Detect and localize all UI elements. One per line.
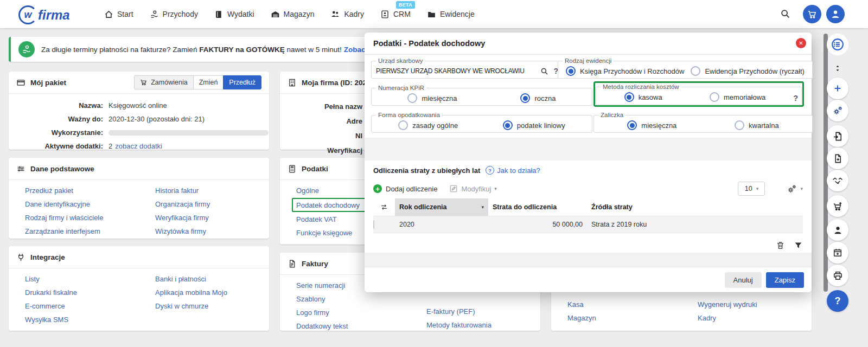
link-podatek-dochodowy[interactable]: Podatek dochodowy xyxy=(296,201,360,209)
hand-coin-icon xyxy=(150,10,159,19)
nav-item-kadry[interactable]: Kadry xyxy=(330,9,364,19)
add-deduction-button[interactable]: Dodaj odliczenie xyxy=(373,184,437,193)
quick-list-button[interactable] xyxy=(827,34,848,55)
page-size-select[interactable]: 10 xyxy=(738,182,765,196)
field-urzad-skarbowy: Urząd skarbowy PIERWSZY URZĄD SKARBOWY W… xyxy=(371,57,563,79)
link-dodatkowy-tekst[interactable]: Dodatkowy tekst xyxy=(296,322,410,330)
radio-kasowa[interactable]: kasowa xyxy=(624,92,662,102)
field-numeracja-kpir: Numeracja KPiR miesięczna roczna xyxy=(371,85,592,106)
nav-item-wydatki[interactable]: Wydatki xyxy=(214,10,254,19)
link-aplikacja-mojo[interactable]: Aplikacja mobilna Mojo xyxy=(155,288,269,297)
link-organizacja-firmy[interactable]: Organizacja firmy xyxy=(155,200,269,208)
employee-button[interactable] xyxy=(827,219,848,241)
trash-icon[interactable] xyxy=(776,241,785,250)
link-banki-platnosci[interactable]: Banki i płatności xyxy=(155,275,269,283)
print-button[interactable] xyxy=(827,265,848,286)
swap-columns-icon[interactable] xyxy=(373,203,395,211)
help-icon[interactable] xyxy=(793,94,798,102)
account-button[interactable] xyxy=(826,5,845,23)
table-toolbar: Dodaj odliczenie Modyfikuj 10 xyxy=(373,181,803,196)
change-button[interactable]: Zmień xyxy=(193,75,224,89)
table-settings-button[interactable] xyxy=(787,184,803,194)
panel-title: Podatki xyxy=(302,165,328,173)
search-icon[interactable] xyxy=(780,9,790,19)
radio-roczna[interactable]: roczna xyxy=(520,93,556,103)
link-szablony[interactable]: Szablony xyxy=(296,295,410,303)
add-event-button[interactable] xyxy=(827,242,848,264)
deals-button[interactable] xyxy=(827,170,848,191)
quick-settings-button[interactable] xyxy=(827,100,848,121)
nav-item-start[interactable]: Start xyxy=(104,10,133,19)
row-checkbox[interactable] xyxy=(373,220,374,229)
column-header-strata[interactable]: Strata do odliczenia xyxy=(488,203,587,211)
printer-icon xyxy=(833,271,843,281)
close-icon[interactable] xyxy=(796,38,806,48)
radio-kwartalna[interactable]: kwartalna xyxy=(735,120,779,130)
add-order-button[interactable] xyxy=(827,195,848,217)
column-header-rok[interactable]: Rok odliczenia xyxy=(395,198,488,216)
link-weryfikacja-firmy[interactable]: Weryfikacja firmy xyxy=(155,214,269,222)
link-dane-identyfikacyjne[interactable]: Dane identyfikacyjne xyxy=(25,200,139,208)
plus-icon xyxy=(833,83,843,93)
search-icon[interactable] xyxy=(540,67,548,75)
radio-zasady-ogolne[interactable]: zasady ogólne xyxy=(398,120,458,130)
jak-to-dziala-link[interactable]: Jak to działa? xyxy=(486,166,540,175)
panel-title: Faktury xyxy=(302,260,328,268)
link-wygeneruj-wydruki[interactable]: Wygeneruj wydruki xyxy=(698,300,812,309)
link-wysylka-sms[interactable]: Wysyłka SMS xyxy=(25,316,139,324)
link-dyski-w-chmurze[interactable]: Dyski w chmurze xyxy=(155,302,269,310)
link-zarzadzanie-interfejsem[interactable]: Zarządzanie interfejsem xyxy=(25,227,139,235)
urzad-skarbowy-value[interactable]: PIERWSZY URZĄD SKARBOWY WE WROCŁAWIU xyxy=(376,67,535,75)
export-document-button[interactable] xyxy=(827,125,848,147)
link-kasa[interactable]: Kasa xyxy=(567,300,681,309)
wfirma-logo[interactable]: wfirma xyxy=(18,5,70,24)
up-down-arrows-icon xyxy=(833,64,842,73)
table-row[interactable]: 2020 50 000,00 Strata z 2019 roku xyxy=(373,216,803,233)
link-przedluz-pakiet[interactable]: Przedłuż pakiet xyxy=(25,187,139,195)
help-button[interactable] xyxy=(827,290,848,312)
radio-zaliczka-miesieczna[interactable]: miesięczna xyxy=(627,120,676,130)
cart-button[interactable] xyxy=(803,5,821,23)
radio-memorialowa[interactable]: memoriałowa xyxy=(710,92,765,102)
radio-unselected xyxy=(710,92,719,102)
collapse-button[interactable] xyxy=(827,57,848,79)
nav-item-przychody[interactable]: Przychody xyxy=(150,10,198,19)
save-button[interactable]: Zapisz xyxy=(766,272,804,288)
nav-item-magazyn[interactable]: Magazyn xyxy=(271,10,315,19)
link-historia-faktur[interactable]: Historia faktur xyxy=(155,187,269,195)
filter-icon[interactable] xyxy=(794,241,803,250)
radio-ewidencja-przychodow[interactable]: Ewidencja Przychodów (ryczałt) xyxy=(691,66,805,76)
link-magazyn[interactable]: Magazyn xyxy=(567,314,681,322)
link-e-faktury[interactable]: E-faktury (PEF) xyxy=(426,307,540,316)
link-rodzaj-firmy[interactable]: Rodzaj firmy i właściciele xyxy=(25,214,139,222)
field-forma-opodatkowania: Forma opodatkowania zasady ogólne podate… xyxy=(371,112,592,133)
modify-button[interactable]: Modyfikuj xyxy=(449,184,496,193)
sliders-icon xyxy=(16,164,25,174)
extend-button[interactable]: Przedłuż xyxy=(223,75,261,89)
quick-add-button[interactable] xyxy=(827,78,848,99)
chevron-down-icon xyxy=(800,186,803,191)
hand-coin-icon xyxy=(18,41,35,57)
nav-item-crm[interactable]: BETACRM xyxy=(380,10,411,19)
users-icon xyxy=(330,9,340,19)
radio-podatek-liniowy[interactable]: podatek liniowy xyxy=(503,120,565,130)
radio-ksiega-przychodow[interactable]: Księga Przychodów i Rozchodów xyxy=(566,66,684,76)
chevron-down-icon xyxy=(494,186,497,191)
link-drukarki-fiskalne[interactable]: Drukarki fiskalne xyxy=(25,288,139,297)
link-e-commerce[interactable]: E-commerce xyxy=(25,302,139,310)
radio-unselected xyxy=(407,93,417,103)
new-document-button[interactable] xyxy=(827,147,848,169)
link-kadry[interactable]: Kadry xyxy=(698,314,812,322)
link-wizytowka-firmy[interactable]: Wizytówka firmy xyxy=(155,227,269,235)
cancel-button[interactable]: Anuluj xyxy=(725,272,762,288)
link-listy[interactable]: Listy xyxy=(25,275,139,283)
plug-icon xyxy=(16,253,25,262)
radio-miesieczna[interactable]: miesięczna xyxy=(407,93,457,103)
link-metody-fakturowania[interactable]: Metody fakturowania xyxy=(426,321,540,329)
link-logo-firmy[interactable]: Logo firmy xyxy=(296,309,410,317)
nav-item-ewidencje[interactable]: Ewidencje xyxy=(427,10,475,19)
orders-button[interactable]: Zamówienia xyxy=(134,75,193,89)
column-header-zrodla[interactable]: Źródła straty xyxy=(587,203,803,211)
radio-unselected xyxy=(691,66,700,76)
zobacz-dodatki-link[interactable]: zobacz dodatki xyxy=(115,142,162,150)
